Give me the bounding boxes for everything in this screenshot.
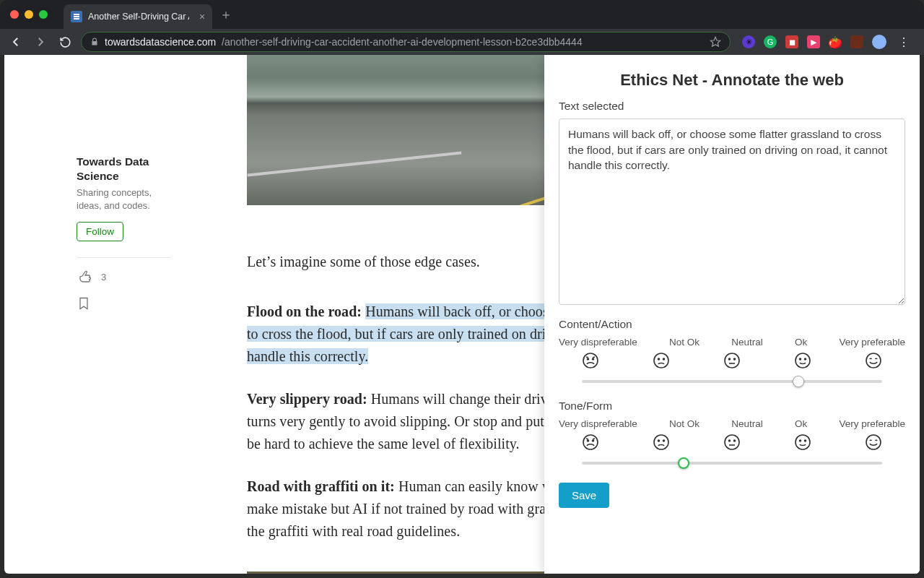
svg-point-5 [658, 358, 660, 360]
content-slider-thumb[interactable] [793, 376, 804, 387]
extension-icon[interactable]: G [764, 35, 777, 48]
minimize-window-button[interactable] [25, 10, 33, 19]
face-not-ok-icon [653, 434, 670, 451]
content-action-label: Content/Action [559, 318, 905, 331]
svg-point-15 [588, 440, 589, 441]
svg-point-22 [734, 440, 736, 441]
extension-icon[interactable]: ▶ [807, 35, 820, 48]
url-host: towardsdatascience.com [105, 36, 216, 48]
back-button[interactable] [7, 33, 25, 51]
extension-icon[interactable]: ◼ [785, 35, 798, 48]
window-title-bar: Another Self-Driving Car Accide × ＋ [0, 0, 924, 29]
article-sidebar: Towards Data Science Sharing concepts, i… [77, 155, 170, 311]
scale-label: Not Ok [669, 418, 699, 429]
scale-label: Very preferable [839, 337, 905, 348]
svg-point-19 [663, 440, 665, 441]
clap-row: 3 [77, 268, 170, 285]
svg-point-9 [734, 358, 736, 360]
page-viewport: Towards Data Science Sharing concepts, i… [4, 55, 920, 574]
svg-marker-0 [710, 37, 720, 46]
browser-toolbar: towardsdatascience.com/another-self-driv… [0, 29, 924, 55]
scale-label: Ok [795, 418, 807, 429]
svg-point-11 [800, 358, 801, 360]
tab-favicon-icon [71, 11, 82, 22]
new-tab-button[interactable]: ＋ [219, 6, 232, 23]
panel-title: Ethics Net - Annotate the web [559, 71, 905, 90]
svg-point-8 [729, 358, 731, 360]
face-not-ok-icon [653, 352, 670, 369]
forward-button[interactable] [32, 33, 49, 51]
face-very-dispreferable-icon [582, 352, 599, 369]
svg-point-23 [796, 435, 810, 449]
browser-menu-button[interactable]: ⋮ [895, 35, 912, 49]
svg-point-24 [800, 440, 801, 441]
svg-point-12 [805, 358, 806, 360]
follow-button[interactable]: Follow [77, 222, 123, 241]
paragraph-lead: Flood on the road: [247, 303, 365, 319]
svg-point-3 [593, 358, 594, 360]
svg-point-17 [654, 435, 668, 449]
svg-point-6 [663, 358, 665, 360]
traffic-lights [10, 10, 48, 19]
svg-point-2 [588, 358, 589, 360]
svg-point-4 [654, 353, 668, 368]
close-window-button[interactable] [10, 10, 19, 19]
tone-scale-labels: Very dispreferable Not Ok Neutral Ok Ver… [559, 418, 905, 429]
selected-text-textarea[interactable] [559, 118, 905, 305]
extension-icon[interactable]: ✳ [742, 35, 755, 48]
svg-point-20 [725, 435, 739, 449]
paragraph-lead: Very slippery road: [247, 391, 371, 407]
bookmark-icon[interactable] [77, 296, 170, 311]
publication-tagline: Sharing concepts, ideas, and codes. [77, 186, 170, 212]
clap-count: 3 [101, 272, 106, 282]
svg-point-18 [658, 440, 660, 441]
extension-icon[interactable] [850, 35, 863, 48]
maximize-window-button[interactable] [39, 10, 48, 19]
svg-point-14 [583, 435, 598, 449]
svg-point-16 [593, 440, 594, 441]
svg-point-21 [729, 440, 731, 441]
scale-label: Not Ok [669, 337, 699, 348]
save-button[interactable]: Save [559, 483, 609, 508]
scale-label: Ok [795, 337, 807, 348]
svg-point-10 [796, 353, 810, 368]
text-selected-label: Text selected [559, 100, 905, 113]
scale-label: Neutral [731, 418, 763, 429]
svg-point-13 [866, 353, 881, 368]
annotation-panel: Ethics Net - Annotate the web Text selec… [544, 55, 920, 574]
lock-icon [90, 38, 99, 46]
reload-button[interactable] [56, 33, 74, 51]
browser-tab[interactable]: Another Self-Driving Car Accide × [64, 4, 212, 29]
address-bar[interactable]: towardsdatascience.com/another-self-driv… [81, 32, 731, 52]
tone-slider[interactable] [582, 455, 882, 471]
svg-point-26 [866, 435, 881, 449]
face-very-preferable-icon [865, 434, 882, 451]
face-neutral-icon [723, 434, 741, 451]
content-faces-row [559, 352, 905, 369]
url-path: /another-self-driving-car-accident-anoth… [222, 36, 583, 48]
extension-icon[interactable]: 🍅 [829, 35, 842, 48]
svg-point-7 [725, 353, 739, 368]
face-neutral-icon [723, 352, 741, 369]
face-very-dispreferable-icon [582, 434, 599, 451]
profile-avatar[interactable] [872, 35, 886, 49]
face-ok-icon [794, 434, 811, 451]
svg-point-25 [805, 440, 806, 441]
scale-label: Very dispreferable [559, 418, 637, 429]
bookmark-star-icon[interactable] [710, 36, 721, 48]
tab-close-icon[interactable]: × [199, 11, 205, 22]
tone-faces-row [559, 434, 905, 451]
svg-point-1 [583, 353, 598, 368]
scale-label: Neutral [731, 337, 763, 348]
content-scale-labels: Very dispreferable Not Ok Neutral Ok Ver… [559, 337, 905, 348]
tone-slider-thumb[interactable] [678, 457, 689, 469]
clap-icon[interactable] [77, 268, 94, 285]
face-ok-icon [794, 352, 811, 369]
content-slider[interactable] [582, 374, 882, 389]
tone-form-label: Tone/Form [559, 400, 905, 413]
scale-label: Very preferable [839, 418, 905, 429]
face-very-preferable-icon [865, 352, 882, 369]
divider [77, 257, 170, 258]
publication-name[interactable]: Towards Data Science [77, 155, 170, 184]
scale-label: Very dispreferable [559, 337, 637, 348]
